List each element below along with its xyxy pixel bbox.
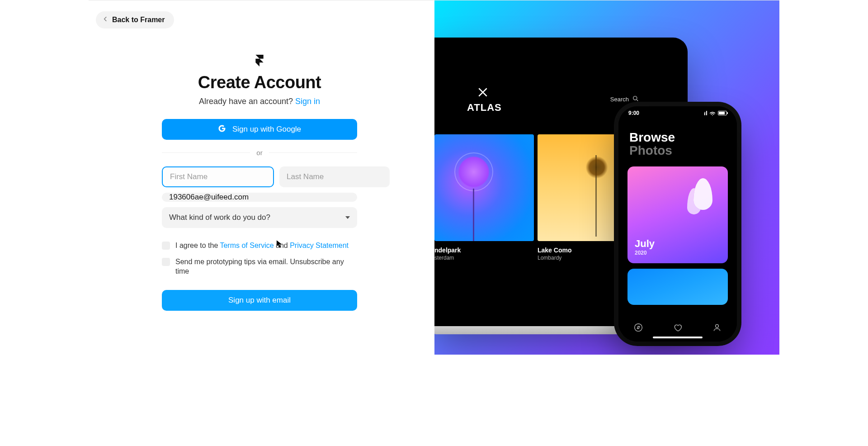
tips-checkbox-row: Send me prototyping tips via email. Unsu…	[162, 257, 357, 276]
laptop-search-label: Search	[610, 96, 629, 103]
tips-text: Send me prototyping tips via email. Unsu…	[175, 257, 357, 276]
email-signup-label: Sign up with email	[228, 296, 291, 304]
svg-point-0	[633, 96, 637, 100]
phone-photo-card	[627, 269, 728, 305]
heart-icon	[673, 323, 682, 334]
card-image	[434, 134, 534, 241]
tips-checkbox[interactable]	[162, 258, 170, 266]
phone-photo-card: July 2020	[627, 166, 728, 263]
first-name-input[interactable]	[162, 166, 274, 187]
gallery-card: ndelpark sterdam	[434, 134, 534, 261]
signin-prompt: Already have an account? Sign in	[199, 97, 320, 106]
last-name-input[interactable]	[279, 166, 390, 187]
phone-heading: Browse Photos	[629, 131, 737, 157]
signup-preview-pane: ATLAS Search ndelpark sterdam Lake Como …	[434, 0, 779, 355]
terms-checkbox-row: I agree to the Terms of Service and Priv…	[162, 241, 357, 251]
home-indicator	[653, 337, 703, 338]
search-icon	[632, 95, 639, 103]
phone-notch	[651, 106, 705, 118]
divider-label: or	[256, 149, 262, 157]
user-icon	[712, 323, 722, 334]
signup-form: Create Account Already have an account? …	[162, 55, 357, 311]
framer-logo-icon	[254, 55, 265, 66]
terms-text: I agree to the Terms of Service and Priv…	[175, 241, 349, 251]
signin-link[interactable]: Sign in	[295, 97, 320, 106]
caret-down-icon	[345, 216, 350, 219]
svg-point-1	[634, 324, 642, 332]
compass-icon	[634, 323, 643, 334]
google-signup-label: Sign up with Google	[232, 125, 301, 134]
wifi-icon	[709, 111, 716, 115]
work-select-label: What kind of work do you do?	[169, 213, 270, 222]
laptop-brand: ATLAS	[467, 102, 502, 114]
phone-card-month: July	[635, 238, 655, 250]
close-icon	[477, 86, 489, 100]
phone-time: 9:00	[628, 110, 639, 116]
google-icon	[218, 124, 226, 135]
card-title: ndelpark	[434, 247, 534, 254]
svg-point-2	[716, 324, 719, 327]
card-subtitle: sterdam	[434, 255, 534, 261]
email-input[interactable]	[162, 193, 357, 202]
chevron-left-icon	[102, 16, 108, 24]
terms-checkbox[interactable]	[162, 242, 170, 250]
divider: or	[162, 149, 357, 157]
phone-card-year: 2020	[635, 250, 655, 256]
privacy-link[interactable]: Privacy Statement	[290, 242, 349, 249]
page-title: Create Account	[198, 73, 321, 92]
google-signup-button[interactable]: Sign up with Google	[162, 119, 357, 140]
phone-mock: 9:00 Browse Photos July	[618, 106, 737, 342]
laptop-search: Search	[610, 95, 639, 103]
email-signup-button[interactable]: Sign up with email	[162, 290, 357, 311]
tos-link[interactable]: Terms of Service	[220, 242, 274, 249]
back-label: Back to Framer	[112, 16, 165, 24]
back-button[interactable]: Back to Framer	[96, 11, 174, 28]
battery-icon	[718, 111, 727, 115]
signup-left-pane: Back to Framer Create Account Already ha…	[89, 0, 434, 355]
work-select[interactable]: What kind of work do you do?	[162, 207, 357, 228]
